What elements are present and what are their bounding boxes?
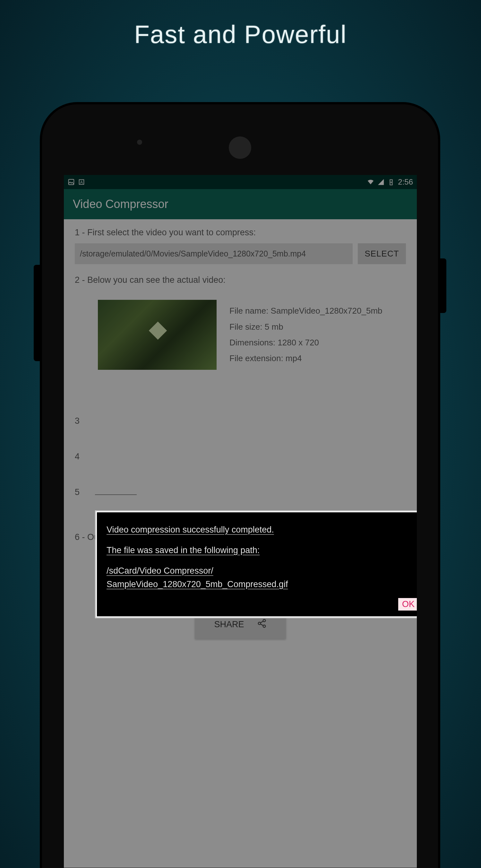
phone-screen: A 2:56 Video Compressor 1 - Fir — [64, 175, 417, 868]
phone-volume-rocker — [34, 265, 42, 361]
wifi-icon — [367, 179, 374, 186]
dialog-message-2: The file was saved in the following path… — [106, 544, 417, 557]
phone-power-button — [438, 258, 446, 313]
svg-point-4 — [263, 620, 265, 622]
share-icon — [257, 619, 267, 630]
step-2: 2 - Below you can see the actual video: … — [75, 275, 406, 370]
video-thumbnail[interactable] — [98, 300, 217, 370]
cell-signal-icon — [377, 179, 384, 186]
dialog-output-folder: /sdCard/Video Compressor/ — [106, 564, 417, 578]
meta-filesize: File size: 5 mb — [229, 319, 383, 335]
svg-point-5 — [258, 622, 261, 625]
status-bar: A 2:56 — [64, 175, 417, 189]
status-time: 2:56 — [398, 178, 413, 186]
meta-dimensions: Dimensions: 1280 x 720 — [229, 335, 383, 350]
svg-point-6 — [263, 625, 265, 627]
file-path-display: /storage/emulated/0/Movies/SampleVideo_1… — [75, 243, 353, 264]
step-5-partial: 5 — [75, 487, 406, 497]
meta-extension: File extension: mp4 — [229, 350, 383, 366]
step-4-partial: 4 — [75, 452, 406, 462]
step-2-label: 2 - Below you can see the actual video: — [75, 275, 406, 285]
dialog-ok-button[interactable]: OK — [398, 598, 417, 611]
phone-frame: A 2:56 Video Compressor 1 - Fir — [42, 104, 438, 868]
promo-title: Fast and Powerful — [0, 0, 481, 49]
app-notification-icon: A — [78, 179, 85, 186]
completion-dialog: Video compression successfully completed… — [96, 512, 417, 617]
battery-charging-icon — [388, 179, 395, 186]
meta-filename: File name: SampleVideo_1280x720_5mb — [229, 303, 383, 319]
step-5-input-underline[interactable] — [95, 494, 137, 495]
svg-line-8 — [260, 624, 263, 626]
step-3-partial: 3 — [75, 416, 406, 426]
select-file-button[interactable]: SELECT — [358, 243, 406, 264]
svg-rect-0 — [69, 180, 74, 185]
step-1: 1 - First select the video you want to c… — [75, 227, 406, 264]
step-1-label: 1 - First select the video you want to c… — [75, 227, 406, 238]
svg-line-7 — [260, 621, 263, 623]
video-metadata: File name: SampleVideo_1280x720_5mb File… — [229, 303, 383, 367]
phone-sensor — [137, 140, 142, 145]
app-bar: Video Compressor — [64, 189, 417, 219]
app-title: Video Compressor — [73, 197, 168, 211]
image-notification-icon — [68, 179, 75, 186]
phone-speaker — [229, 136, 251, 159]
svg-text:A: A — [80, 180, 83, 185]
share-button-label: SHARE — [214, 620, 244, 629]
dialog-message-1: Video compression successfully completed… — [106, 523, 417, 537]
dialog-output-filename: SampleVideo_1280x720_5mb_Compressed.gif — [106, 578, 417, 591]
